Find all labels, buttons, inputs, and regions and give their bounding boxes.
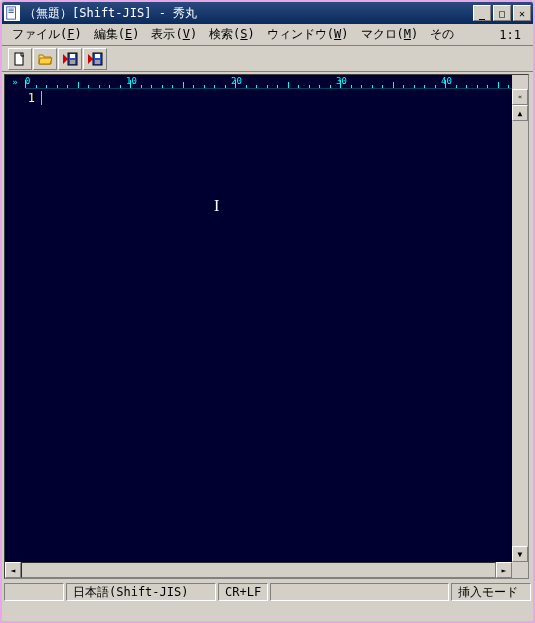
line-number-gutter: 1 <box>5 89 39 562</box>
minimize-button[interactable]: _ <box>473 5 491 21</box>
save-as-button[interactable] <box>83 48 107 70</box>
save-icon <box>87 51 103 67</box>
save-play-icon <box>62 51 78 67</box>
save-button[interactable] <box>58 48 82 70</box>
maximize-button[interactable]: □ <box>493 5 511 21</box>
horizontal-scrollbar[interactable]: ◄ ► <box>5 562 528 578</box>
menu-search[interactable]: 検索(S) <box>203 24 261 45</box>
ruler-origin: » <box>5 75 25 89</box>
new-file-icon <box>12 51 28 67</box>
editor-body: 1 I « ▲ ▼ <box>5 89 528 562</box>
close-button[interactable]: ✕ <box>513 5 531 21</box>
app-icon <box>4 5 20 21</box>
scroll-up-button[interactable]: ▲ <box>512 105 528 121</box>
scroll-corner <box>512 562 528 578</box>
scroll-top-button[interactable]: « <box>512 89 528 105</box>
text-area[interactable]: I <box>39 89 512 562</box>
status-cell-1 <box>4 583 64 601</box>
svg-rect-4 <box>15 53 23 65</box>
svg-rect-3 <box>9 12 14 13</box>
menu-other[interactable]: その <box>424 24 460 45</box>
line-number: 1 <box>5 91 35 105</box>
new-file-button[interactable] <box>8 48 32 70</box>
window-buttons: _ □ ✕ <box>473 5 531 21</box>
menu-edit[interactable]: 編集(E) <box>88 24 146 45</box>
ibeam-cursor-icon: I <box>214 197 219 215</box>
scroll-down-button[interactable]: ▼ <box>512 546 528 562</box>
svg-rect-11 <box>95 54 100 58</box>
menu-macro[interactable]: マクロ(M) <box>355 24 425 45</box>
status-bar: 日本語(Shift-JIS) CR+LF 挿入モード <box>2 581 533 603</box>
status-mode[interactable]: 挿入モード <box>451 583 531 601</box>
status-encoding[interactable]: 日本語(Shift-JIS) <box>66 583 216 601</box>
open-file-button[interactable] <box>33 48 57 70</box>
menu-file[interactable]: ファイル(F) <box>6 24 88 45</box>
vertical-scrollbar[interactable]: « ▲ ▼ <box>512 89 528 562</box>
ruler: 010203040 <box>25 75 512 89</box>
toolbar <box>2 46 533 72</box>
svg-marker-5 <box>63 54 68 64</box>
svg-rect-7 <box>70 54 75 58</box>
svg-rect-1 <box>9 9 14 10</box>
title-bar: （無題）[Shift-JIS] - 秀丸 _ □ ✕ <box>2 2 533 24</box>
scroll-h-track[interactable] <box>21 562 496 578</box>
open-folder-icon <box>37 51 53 67</box>
editor-container: » 010203040 1 I « ▲ ▼ ◄ ► <box>2 72 533 581</box>
scroll-left-button[interactable]: ◄ <box>5 562 21 578</box>
ruler-label: 20 <box>231 76 242 86</box>
svg-rect-2 <box>9 10 14 11</box>
svg-rect-8 <box>70 60 75 64</box>
text-caret <box>41 91 42 105</box>
menu-view[interactable]: 表示(V) <box>145 24 203 45</box>
ruler-label: 0 <box>25 76 30 86</box>
scroll-right-button[interactable]: ► <box>496 562 512 578</box>
editor-box: » 010203040 1 I « ▲ ▼ ◄ ► <box>4 74 529 579</box>
cursor-position: 1:1 <box>491 26 529 44</box>
ruler-label: 10 <box>126 76 137 86</box>
scroll-v-track[interactable] <box>512 121 528 546</box>
menu-bar: ファイル(F) 編集(E) 表示(V) 検索(S) ウィンドウ(W) マクロ(M… <box>2 24 533 46</box>
menu-window[interactable]: ウィンドウ(W) <box>261 24 355 45</box>
ruler-label: 30 <box>336 76 347 86</box>
status-cell-spacer <box>270 583 449 601</box>
window-title: （無題）[Shift-JIS] - 秀丸 <box>24 5 473 22</box>
svg-marker-9 <box>88 54 93 64</box>
status-newline[interactable]: CR+LF <box>218 583 268 601</box>
svg-rect-12 <box>95 60 100 64</box>
ruler-label: 40 <box>441 76 452 86</box>
